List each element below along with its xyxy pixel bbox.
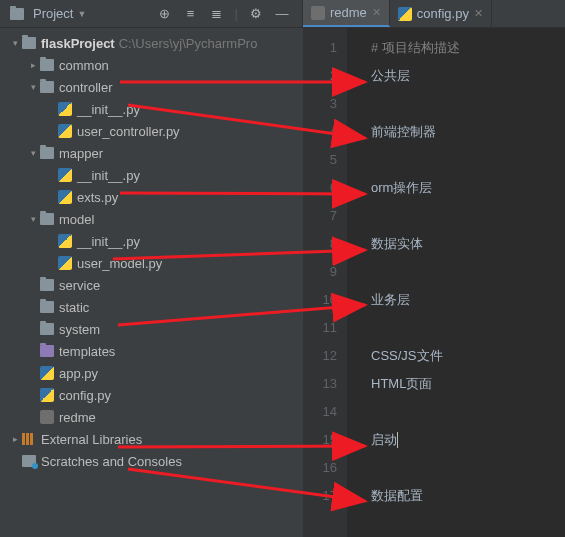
gutter: 1234567891011121314151617 [303, 28, 347, 537]
folder-icon [40, 345, 54, 357]
folder-icon [40, 147, 54, 159]
project-icon [10, 8, 24, 20]
library-icon [22, 433, 36, 445]
tree-row-exts-py[interactable]: exts.py [0, 186, 303, 208]
top-toolbar: Project ▼ ⊕ ≡ ≣ | ⚙ — redme✕config.py✕ [0, 0, 565, 28]
tree-row---init---py[interactable]: __init__.py [0, 230, 303, 252]
tree-label: static [59, 300, 89, 315]
line-number: 17 [303, 482, 337, 510]
close-icon[interactable]: ✕ [372, 6, 381, 19]
code-line: CSS/JS文件 [371, 342, 565, 370]
tab-label: redme [330, 5, 367, 20]
code-line: HTML页面 [371, 370, 565, 398]
line-number: 9 [303, 258, 337, 286]
py-file-icon [398, 7, 412, 21]
tree-label: __init__.py [77, 234, 140, 249]
code-line: 数据配置 [371, 482, 565, 510]
tree-label: __init__.py [77, 102, 140, 117]
python-file-icon [58, 190, 72, 204]
tree-row-service[interactable]: service [0, 274, 303, 296]
text-cursor [397, 432, 398, 448]
code-line [371, 90, 565, 118]
code-line [371, 146, 565, 174]
code-area[interactable]: # 项目结构描述公共层前端控制器orm操作层数据实体业务层CSS/JS文件HTM… [347, 28, 565, 537]
tree-row---init---py[interactable]: __init__.py [0, 164, 303, 186]
main-area: ▾flaskProjectC:\Users\yj\PycharmPro▸comm… [0, 28, 565, 537]
tree-row-templates[interactable]: templates [0, 340, 303, 362]
tree-label: user_model.py [77, 256, 162, 271]
code-line [371, 454, 565, 482]
folder-icon [40, 81, 54, 93]
tree-label: config.py [59, 388, 111, 403]
tab-config-py[interactable]: config.py✕ [390, 0, 492, 27]
locate-icon[interactable]: ⊕ [157, 6, 173, 22]
expand-all-icon[interactable]: ≡ [183, 6, 199, 22]
tree-label: controller [59, 80, 112, 95]
line-number: 16 [303, 454, 337, 482]
expand-arrow-icon[interactable]: ▾ [26, 214, 40, 224]
expand-arrow-icon[interactable]: ▸ [8, 434, 22, 444]
code-line: 前端控制器 [371, 118, 565, 146]
tree-row-user-controller-py[interactable]: user_controller.py [0, 120, 303, 142]
tree-row-External-Libraries[interactable]: ▸External Libraries [0, 428, 303, 450]
gear-icon[interactable]: ⚙ [248, 6, 264, 22]
project-tool-button[interactable]: Project ▼ [6, 4, 90, 23]
tree-row-model[interactable]: ▾model [0, 208, 303, 230]
line-number: 13 [303, 370, 337, 398]
python-file-icon [58, 168, 72, 182]
tree-row-Scratches-and-Consoles[interactable]: Scratches and Consoles [0, 450, 303, 472]
line-number: 15 [303, 426, 337, 454]
editor-tabs: redme✕config.py✕ [303, 0, 492, 27]
tree-label: user_controller.py [77, 124, 180, 139]
code-line: 公共层 [371, 62, 565, 90]
expand-arrow-icon[interactable]: ▾ [8, 38, 22, 48]
text-file-icon [40, 410, 54, 424]
tree-row-flaskProject[interactable]: ▾flaskProjectC:\Users\yj\PycharmPro [0, 32, 303, 54]
python-file-icon [58, 256, 72, 270]
line-number: 14 [303, 398, 337, 426]
tree-row-user-model-py[interactable]: user_model.py [0, 252, 303, 274]
folder-icon [22, 37, 36, 49]
project-label: Project [33, 6, 73, 21]
folder-icon [40, 301, 54, 313]
txt-file-icon [311, 6, 325, 20]
tree-row---init---py[interactable]: __init__.py [0, 98, 303, 120]
tree-label: templates [59, 344, 115, 359]
tree-label: Scratches and Consoles [41, 454, 182, 469]
code-line [371, 314, 565, 342]
code-line: # 项目结构描述 [371, 34, 565, 62]
tree-row-static[interactable]: static [0, 296, 303, 318]
python-file-icon [58, 234, 72, 248]
line-number: 5 [303, 146, 337, 174]
toolbar-icons: ⊕ ≡ ≣ | ⚙ — [157, 6, 296, 22]
tree-label: __init__.py [77, 168, 140, 183]
code-line [371, 258, 565, 286]
code-line: 业务层 [371, 286, 565, 314]
line-number: 1 [303, 34, 337, 62]
tree-label: redme [59, 410, 96, 425]
collapse-all-icon[interactable]: ≣ [209, 6, 225, 22]
tree-row-redme[interactable]: redme [0, 406, 303, 428]
expand-arrow-icon[interactable]: ▾ [26, 82, 40, 92]
separator: | [235, 6, 238, 21]
tree-row-system[interactable]: system [0, 318, 303, 340]
tree-label: flaskProject [41, 36, 115, 51]
line-number: 4 [303, 118, 337, 146]
tree-row-controller[interactable]: ▾controller [0, 76, 303, 98]
tree-row-app-py[interactable]: app.py [0, 362, 303, 384]
line-number: 2 [303, 62, 337, 90]
tab-redme[interactable]: redme✕ [303, 0, 390, 27]
dropdown-arrow-icon: ▼ [77, 9, 86, 19]
tree-label: External Libraries [41, 432, 142, 447]
tree-row-config-py[interactable]: config.py [0, 384, 303, 406]
tree-row-mapper[interactable]: ▾mapper [0, 142, 303, 164]
tree-label: model [59, 212, 94, 227]
hide-icon[interactable]: — [274, 6, 290, 22]
close-icon[interactable]: ✕ [474, 7, 483, 20]
project-tree: ▾flaskProjectC:\Users\yj\PycharmPro▸comm… [0, 28, 303, 537]
tree-row-common[interactable]: ▸common [0, 54, 303, 76]
expand-arrow-icon[interactable]: ▾ [26, 148, 40, 158]
code-line [371, 398, 565, 426]
expand-arrow-icon[interactable]: ▸ [26, 60, 40, 70]
python-file-icon [58, 102, 72, 116]
